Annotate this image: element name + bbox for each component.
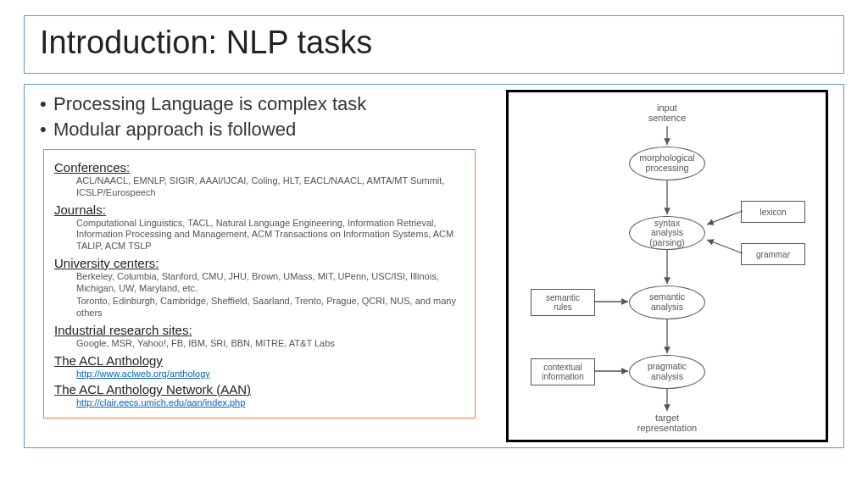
anthology-heading: The ACL Anthology bbox=[54, 353, 465, 368]
universities-body-1: Berkeley, Columbia, Stanford, CMU, JHU, … bbox=[76, 271, 465, 295]
diagram-semantic-node: semantic analysis bbox=[629, 286, 705, 319]
journals-heading: Journals: bbox=[54, 202, 465, 217]
diagram-contextual-box: contextual information bbox=[531, 358, 595, 385]
industrial-body: Google, MSR, Yahoo!, FB, IBM, SRI, BBN, … bbox=[76, 338, 465, 350]
diagram-lexicon-box: lexicon bbox=[741, 201, 805, 223]
aan-link[interactable]: http://clair.eecs.umich.edu/aan/index.ph… bbox=[76, 397, 465, 408]
diagram-target-text: target representation bbox=[637, 413, 697, 433]
svg-line-5 bbox=[707, 211, 743, 225]
svg-line-6 bbox=[707, 240, 743, 253]
industrial-heading: Industrial research sites: bbox=[54, 323, 465, 337]
title-box: Introduction: NLP tasks bbox=[24, 15, 844, 74]
journals-body: Computational Linguistics, TACL, Natural… bbox=[76, 218, 465, 252]
diagram-pragmatic-node: pragmatic analysis bbox=[629, 355, 705, 389]
diagram-syntax-node: syntax analysis (parsing) bbox=[629, 216, 705, 250]
diagram-semantic-rules-box: semantic rules bbox=[531, 289, 595, 316]
pipeline-diagram: input sentence morphological processing … bbox=[506, 90, 828, 442]
resources-box: Conferences: ACL/NAACL, EMNLP, SIGIR, AA… bbox=[43, 149, 476, 419]
conferences-body: ACL/NAACL, EMNLP, SIGIR, AAAI/IJCAI, Col… bbox=[76, 175, 465, 199]
diagram-input-text: input sentence bbox=[648, 103, 687, 123]
slide: Introduction: NLP tasks Processing Langu… bbox=[0, 0, 868, 488]
body-box: Processing Language is complex task Modu… bbox=[24, 84, 844, 448]
conferences-heading: Conferences: bbox=[54, 160, 465, 175]
universities-heading: University centers: bbox=[54, 256, 465, 270]
slide-title: Introduction: NLP tasks bbox=[40, 25, 828, 61]
anthology-link[interactable]: http://www.aclweb.org/anthology bbox=[76, 369, 465, 379]
diagram-grammar-box: grammar bbox=[741, 243, 805, 265]
aan-heading: The ACL Anthology Network (AAN) bbox=[54, 382, 465, 396]
universities-body-2: Toronto, Edinburgh, Cambridge, Sheffield… bbox=[76, 296, 465, 319]
diagram-morph-node: morphological processing bbox=[629, 147, 705, 180]
